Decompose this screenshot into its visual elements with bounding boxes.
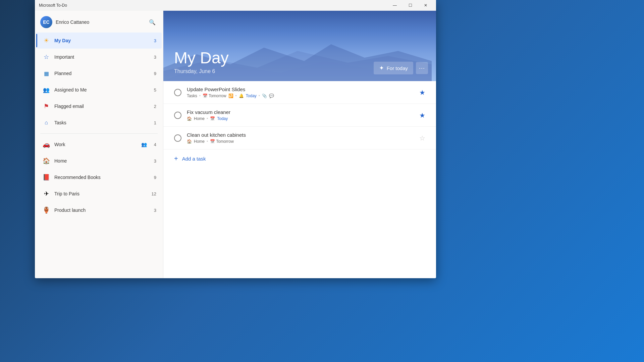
nav-count-recommended-books: 9: [150, 175, 156, 180]
sidebar-item-tasks[interactable]: ⌂ Tasks 1: [36, 115, 162, 131]
sep-1c: •: [259, 94, 260, 98]
calendar-icon-1: 📅: [203, 94, 208, 98]
flag-icon: ⚑: [42, 102, 51, 111]
nav-count-tasks: 1: [150, 120, 156, 125]
sidebar-item-my-day[interactable]: ☀ My Day 3: [36, 33, 162, 49]
task-cal-icon-1: 📅 Tomorrow: [203, 94, 226, 98]
task-meta-1: Tasks • 📅 Tomorrow 🔁 • 🔔 Today • 📎: [187, 94, 414, 98]
maximize-button[interactable]: ☐: [402, 0, 418, 11]
task-checkbox-1[interactable]: [174, 89, 181, 96]
nav-label-product-launch: Product launch: [54, 207, 150, 213]
book-icon: 📕: [42, 173, 51, 182]
task-meta-3: 🏠 Home • 📅 Tomorrow: [187, 139, 414, 144]
task-due-2: Today: [217, 116, 228, 121]
search-button[interactable]: 🔍: [147, 17, 158, 27]
task-meta-2: 🏠 Home • 📅 Today: [187, 116, 414, 121]
calendar-grid-icon: ▦: [42, 69, 51, 78]
attachment-icon-1: 📎: [262, 94, 267, 98]
nav-label-planned: Planned: [54, 71, 150, 76]
tasks-icon: ⌂: [42, 118, 51, 127]
nav-count-trip-to-paris: 12: [150, 191, 156, 196]
task-cal-2: 📅: [210, 116, 215, 121]
task-star-1[interactable]: ★: [419, 88, 425, 97]
sidebar-nav: ☀ My Day 3 ☆ Important 3 ▦ Planned 9: [35, 32, 163, 278]
home-emoji-3: 🏠: [187, 139, 192, 144]
nav-count-work: 4: [150, 142, 156, 147]
add-icon: +: [174, 155, 178, 163]
task-star-2[interactable]: ★: [419, 111, 425, 119]
for-today-label: For today: [387, 65, 408, 71]
calendar-icon-2: 📅: [210, 116, 215, 121]
sep-2a: •: [207, 116, 208, 121]
task-due-3: Tomorrow: [216, 139, 234, 144]
sep-3a: •: [207, 139, 208, 144]
app-body: EC Enrico Cattaneo 🔍 ☀ My Day 3 ☆: [35, 11, 436, 278]
task-item[interactable]: Update PowerPoint Slides Tasks • 📅 Tomor…: [163, 81, 436, 104]
nav-count-home: 3: [150, 159, 156, 164]
minimize-button[interactable]: —: [387, 0, 402, 11]
app-title: Microsoft To-Do: [39, 3, 67, 8]
sidebar: EC Enrico Cattaneo 🔍 ☀ My Day 3 ☆: [35, 11, 163, 278]
nav-count-assigned-to-me: 5: [150, 87, 156, 93]
task-star-3[interactable]: ☆: [419, 134, 425, 142]
avatar: EC: [40, 16, 52, 28]
launch-icon: 🏺: [42, 205, 51, 215]
nav-count-important: 3: [150, 55, 156, 60]
bell-icon-1: 🔔: [239, 94, 244, 98]
search-icon: 🔍: [149, 19, 156, 25]
sidebar-item-planned[interactable]: ▦ Planned 9: [36, 65, 162, 81]
house-icon: 🏠: [42, 156, 51, 166]
star-icon: ☆: [42, 52, 51, 62]
task-cal-3: 📅 Tomorrow: [210, 139, 234, 144]
user-info: EC Enrico Cattaneo: [40, 16, 89, 28]
add-task-label: Add a task: [182, 156, 206, 162]
nav-label-assigned-to-me: Assigned to Me: [54, 87, 150, 93]
sidebar-item-flagged-email[interactable]: ⚑ Flagged email 2: [36, 98, 162, 114]
shared-icon: 👥: [141, 142, 147, 147]
close-button[interactable]: ✕: [418, 0, 433, 11]
calendar-icon-3: 📅: [210, 139, 215, 144]
task-list-1: Tasks: [187, 94, 197, 98]
app-window: Microsoft To-Do — ☐ ✕ EC Enrico Cattaneo…: [35, 0, 436, 278]
sep-1a: •: [199, 94, 201, 98]
user-name: Enrico Cattaneo: [56, 19, 89, 25]
car-icon: 🚗: [42, 140, 51, 149]
home-emoji-2: 🏠: [187, 116, 192, 121]
sidebar-item-trip-to-paris[interactable]: ✈ Trip to Paris 12: [36, 186, 162, 202]
task-info-3: Clean out kitchen cabinets 🏠 Home • 📅 To…: [187, 132, 414, 144]
main-content: My Day Thursday, June 6 ✦ For today ···: [163, 11, 436, 278]
task-title-3: Clean out kitchen cabinets: [187, 132, 414, 138]
tasks-list: Update PowerPoint Slides Tasks • 📅 Tomor…: [163, 81, 436, 278]
task-list-2: Home: [194, 116, 205, 121]
nav-count-flagged-email: 2: [150, 104, 156, 109]
sidebar-header: EC Enrico Cattaneo 🔍: [35, 11, 163, 32]
task-due-1: Tomorrow: [209, 94, 226, 98]
sidebar-item-product-launch[interactable]: 🏺 Product launch 3: [36, 202, 162, 218]
nav-count-product-launch: 3: [150, 208, 156, 213]
task-info-2: Fix vacuum cleaner 🏠 Home • 📅 Today: [187, 109, 414, 121]
task-list-3: Home: [194, 139, 205, 144]
repeat-icon-1: 🔁: [228, 94, 233, 98]
nav-count-my-day: 3: [150, 38, 156, 43]
nav-label-important: Important: [54, 54, 150, 60]
task-title-1: Update PowerPoint Slides: [187, 86, 414, 92]
more-options-button[interactable]: ···: [416, 62, 428, 74]
sidebar-item-recommended-books[interactable]: 📕 Recommended Books 9: [36, 169, 162, 185]
task-item[interactable]: Clean out kitchen cabinets 🏠 Home • 📅 To…: [163, 127, 436, 149]
main-header: My Day Thursday, June 6 ✦ For today ···: [163, 11, 436, 81]
sidebar-item-important[interactable]: ☆ Important 3: [36, 49, 162, 65]
plane-icon: ✈: [42, 189, 51, 198]
nav-label-trip-to-paris: Trip to Paris: [54, 191, 150, 196]
nav-label-flagged-email: Flagged email: [54, 104, 150, 109]
for-today-button[interactable]: ✦ For today: [374, 62, 413, 74]
sidebar-item-home[interactable]: 🏠 Home 3: [36, 153, 162, 169]
add-task-row[interactable]: + Add a task: [163, 149, 436, 168]
sidebar-item-work[interactable]: 🚗 Work 👥 4: [36, 136, 162, 153]
nav-label-home: Home: [54, 158, 150, 164]
task-checkbox-2[interactable]: [174, 112, 181, 119]
avatar-initials: EC: [43, 19, 49, 25]
task-reminder-1: Today: [246, 94, 257, 98]
task-item[interactable]: Fix vacuum cleaner 🏠 Home • 📅 Today ★: [163, 104, 436, 127]
sidebar-item-assigned-to-me[interactable]: 👥 Assigned to Me 5: [36, 82, 162, 98]
task-checkbox-3[interactable]: [174, 134, 181, 142]
